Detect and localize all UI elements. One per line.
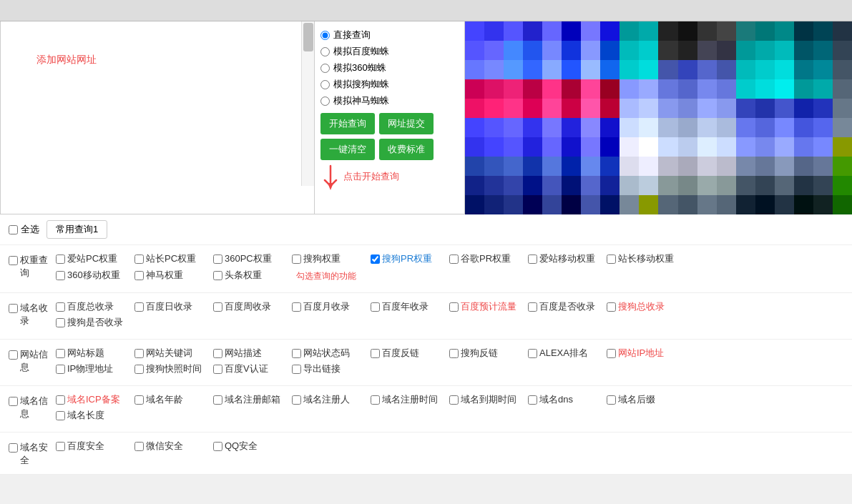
- checkbox-item[interactable]: 百度日收录: [134, 300, 213, 313]
- checkbox-item[interactable]: ALEXA排名: [528, 347, 607, 360]
- checkbox-item[interactable]: 谷歌PR权重: [449, 252, 528, 265]
- checkbox-input[interactable]: [607, 349, 616, 358]
- checkbox-item[interactable]: 百度年收录: [371, 300, 449, 313]
- checkbox-input[interactable]: [528, 302, 537, 312]
- checkbox-item[interactable]: 360PC权重: [213, 252, 292, 265]
- checkbox-item[interactable]: 搜狗是否收录: [56, 316, 134, 329]
- checkbox-input[interactable]: [134, 365, 144, 374]
- checkbox-input[interactable]: [134, 271, 144, 280]
- checkbox-input[interactable]: [134, 302, 144, 312]
- checkbox-input[interactable]: [56, 442, 65, 451]
- checkbox-input[interactable]: [292, 395, 301, 405]
- common-query-btn[interactable]: 常用查询1: [46, 220, 107, 239]
- checkbox-input[interactable]: [371, 349, 380, 358]
- checkbox-input[interactable]: [449, 395, 459, 405]
- checkbox-item[interactable]: 百度反链: [371, 347, 449, 360]
- checkbox-input[interactable]: [213, 302, 222, 312]
- checkbox-input[interactable]: [371, 302, 380, 312]
- checkbox-item[interactable]: 域名dns: [528, 393, 607, 406]
- checkbox-input[interactable]: [449, 302, 459, 312]
- checkbox-item[interactable]: 搜狗总收录: [607, 300, 685, 313]
- radio-shenma[interactable]: 模拟神马蜘蛛: [320, 94, 459, 107]
- checkbox-input[interactable]: [292, 302, 301, 312]
- checkbox-item[interactable]: 爱站移动权重: [528, 252, 607, 265]
- checkbox-input[interactable]: [134, 349, 144, 358]
- checkbox-item[interactable]: 百度周收录: [213, 300, 292, 313]
- checkbox-input[interactable]: [56, 395, 65, 405]
- checkbox-item[interactable]: 神马权重: [134, 268, 213, 282]
- checkbox-input[interactable]: [607, 395, 616, 405]
- checkbox-input[interactable]: [56, 349, 65, 358]
- checkbox-item[interactable]: 域名到期时间: [449, 393, 528, 406]
- checkbox-item[interactable]: 360移动权重: [56, 268, 134, 282]
- checkbox-item[interactable]: 网站描述: [213, 347, 292, 360]
- checkbox-input[interactable]: [213, 395, 222, 405]
- radio-direct[interactable]: 直接查询: [320, 29, 459, 41]
- checkbox-item[interactable]: 网站标题: [56, 347, 134, 360]
- checkbox-input[interactable]: [56, 365, 65, 374]
- checkbox-input[interactable]: [449, 349, 459, 358]
- checkbox-input[interactable]: [607, 302, 616, 312]
- checkbox-input[interactable]: [56, 255, 65, 264]
- checkbox-input[interactable]: [528, 395, 537, 405]
- checkbox-input[interactable]: [134, 395, 144, 405]
- clear-button[interactable]: 一键清空: [320, 139, 375, 160]
- checkbox-item[interactable]: 站长移动权重: [607, 252, 685, 265]
- checkbox-input[interactable]: [213, 349, 222, 358]
- scrollbar[interactable]: [301, 21, 314, 186]
- checkbox-item[interactable]: 网站IP地址: [607, 347, 685, 360]
- checkbox-input[interactable]: [56, 411, 65, 420]
- checkbox-item[interactable]: 域名注册时间: [371, 393, 449, 406]
- checkbox-input[interactable]: [449, 255, 459, 264]
- section-checkbox-domain-index[interactable]: [9, 304, 18, 313]
- checkbox-input[interactable]: [213, 365, 222, 374]
- checkbox-item[interactable]: 搜狗PR权重: [371, 252, 449, 265]
- checkbox-item[interactable]: 站长PC权重: [134, 252, 213, 265]
- checkbox-input[interactable]: [292, 255, 301, 264]
- checkbox-item[interactable]: 域名年龄: [134, 393, 213, 406]
- checkbox-input[interactable]: [371, 255, 380, 264]
- checkbox-input[interactable]: [56, 318, 65, 327]
- section-checkbox-domain-security[interactable]: [9, 443, 18, 453]
- checkbox-item[interactable]: 百度预计流量: [449, 300, 528, 313]
- checkbox-input[interactable]: [292, 349, 301, 358]
- checkbox-item[interactable]: 搜狗权重: [292, 252, 371, 265]
- checkbox-item[interactable]: 搜狗快照时间: [134, 362, 213, 375]
- checkbox-input[interactable]: [371, 395, 380, 405]
- checkbox-input[interactable]: [56, 302, 65, 312]
- checkbox-input[interactable]: [56, 271, 65, 280]
- checkbox-input[interactable]: [134, 442, 144, 451]
- select-all-label[interactable]: 全选: [9, 223, 39, 236]
- checkbox-item[interactable]: 导出链接: [292, 362, 371, 375]
- fee-button[interactable]: 收费标准: [379, 139, 434, 160]
- radio-sogou[interactable]: 模拟搜狗蜘蛛: [320, 78, 459, 91]
- checkbox-item[interactable]: 网站关键词: [134, 347, 213, 360]
- checkbox-input[interactable]: [292, 365, 301, 374]
- checkbox-input[interactable]: [134, 255, 144, 264]
- url-input[interactable]: [1, 21, 300, 186]
- checkbox-item[interactable]: 微信安全: [134, 440, 213, 453]
- checkbox-item[interactable]: 搜狗反链: [449, 347, 528, 360]
- checkbox-input[interactable]: [528, 349, 537, 358]
- radio-360[interactable]: 模拟360蜘蛛: [320, 61, 459, 74]
- checkbox-input[interactable]: [213, 255, 222, 264]
- section-checkbox-domain-info[interactable]: [9, 397, 18, 406]
- section-checkbox-site-info[interactable]: [9, 350, 18, 360]
- checkbox-item[interactable]: 百度月收录: [292, 300, 371, 313]
- checkbox-item[interactable]: 头条权重: [213, 268, 292, 282]
- checkbox-item[interactable]: IP物理地址: [56, 362, 134, 375]
- checkbox-input[interactable]: [528, 255, 537, 264]
- checkbox-item[interactable]: 百度V认证: [213, 362, 292, 375]
- checkbox-item[interactable]: 百度是否收录: [528, 300, 607, 313]
- checkbox-item[interactable]: 域名注册邮箱: [213, 393, 292, 406]
- section-checkbox-weight[interactable]: [9, 256, 18, 265]
- checkbox-item[interactable]: QQ安全: [213, 440, 292, 453]
- radio-baidu[interactable]: 模拟百度蜘蛛: [320, 45, 459, 58]
- checkbox-item[interactable]: 域名后缀: [607, 393, 685, 406]
- checkbox-item[interactable]: 爱站PC权重: [56, 252, 134, 265]
- checkbox-input[interactable]: [213, 442, 222, 451]
- checkbox-input[interactable]: [213, 271, 222, 280]
- select-all-checkbox[interactable]: [9, 225, 18, 234]
- checkbox-item[interactable]: 域名ICP备案: [56, 393, 134, 406]
- checkbox-item[interactable]: 域名注册人: [292, 393, 371, 406]
